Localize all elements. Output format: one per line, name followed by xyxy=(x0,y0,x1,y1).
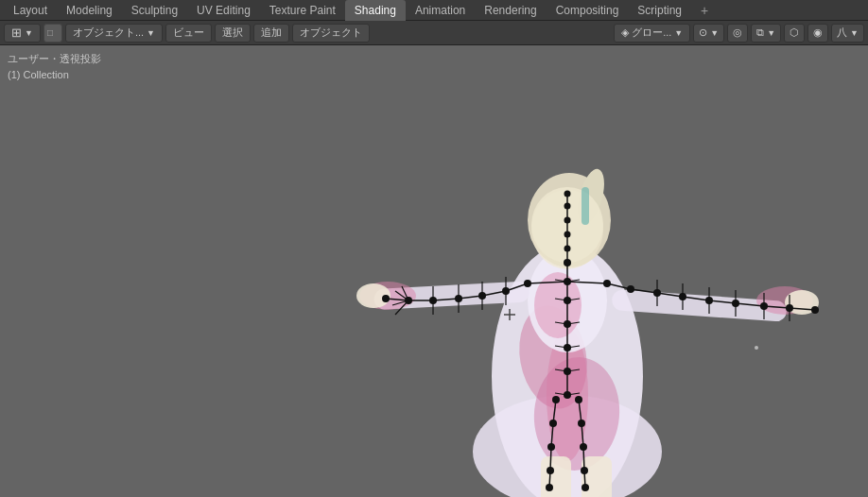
tab-modeling[interactable]: Modeling xyxy=(57,0,122,21)
svg-point-93 xyxy=(564,297,571,304)
add-workspace-button[interactable]: + xyxy=(695,1,714,20)
select-menu-button[interactable]: 選択 xyxy=(215,24,251,43)
tab-rendering[interactable]: Rendering xyxy=(475,0,546,21)
svg-line-39 xyxy=(657,293,683,297)
editor-type-button[interactable]: ⊞ ▼ xyxy=(4,24,41,43)
svg-point-96 xyxy=(564,368,571,375)
svg-point-17 xyxy=(573,166,610,227)
svg-point-102 xyxy=(564,191,571,197)
view-menu-button[interactable]: ビュー xyxy=(165,24,212,43)
svg-line-90 xyxy=(567,393,580,395)
xray-toggle-button[interactable]: ⬡ xyxy=(784,24,805,43)
svg-point-120 xyxy=(549,420,557,427)
svg-line-55 xyxy=(402,286,408,300)
proportional-edit-button[interactable]: ◎ xyxy=(727,24,748,43)
object-menu-button[interactable]: オブジェクト xyxy=(292,24,370,43)
svg-line-42 xyxy=(736,303,764,306)
svg-point-95 xyxy=(564,344,571,351)
svg-line-33 xyxy=(459,296,482,299)
svg-line-57 xyxy=(392,300,408,305)
svg-point-127 xyxy=(581,467,588,474)
perspective-label: ユーザー・透視投影 xyxy=(8,51,101,67)
svg-point-98 xyxy=(564,246,571,252)
svg-point-104 xyxy=(502,287,510,295)
viewport-info: ユーザー・透視投影 (1) Collection xyxy=(8,51,101,82)
svg-line-40 xyxy=(683,297,709,300)
svg-point-18 xyxy=(531,187,603,263)
svg-line-43 xyxy=(764,306,790,308)
svg-point-113 xyxy=(679,293,686,300)
object-mode-label: オブジェクト... xyxy=(73,26,144,40)
rendered-shading-button[interactable]: 八 ▼ xyxy=(831,24,864,43)
svg-line-80 xyxy=(567,280,580,282)
svg-point-2 xyxy=(512,300,595,414)
svg-line-56 xyxy=(395,291,408,300)
svg-point-108 xyxy=(405,297,412,304)
svg-line-48 xyxy=(549,471,550,488)
solid-shading-button[interactable]: ◉ xyxy=(807,24,828,43)
overlay-button[interactable]: ⧉ ▼ xyxy=(751,24,781,43)
tab-shading[interactable]: Shading xyxy=(345,0,406,21)
svg-point-131 xyxy=(755,346,758,350)
tab-layout[interactable]: Layout xyxy=(4,0,57,21)
svg-line-32 xyxy=(482,291,506,296)
editor-toolbar: ⊞ ▼ □ オブジェクト... ▼ ビュー 選択 追加 オブジェクト ◈ グロー… xyxy=(0,21,868,45)
tab-animation[interactable]: Animation xyxy=(406,0,475,21)
svg-point-119 xyxy=(552,396,560,403)
svg-point-125 xyxy=(578,420,585,427)
snap-button[interactable]: ⊙ ▼ xyxy=(693,24,724,43)
svg-point-15 xyxy=(531,190,603,269)
svg-rect-6 xyxy=(582,456,612,497)
svg-point-100 xyxy=(564,217,571,224)
tab-sculpting[interactable]: Sculpting xyxy=(122,0,187,21)
solid-icon: ◉ xyxy=(813,26,823,39)
svg-line-49 xyxy=(579,400,582,423)
svg-point-121 xyxy=(547,443,555,451)
object-mode-arrow: ▼ xyxy=(147,28,155,38)
svg-point-116 xyxy=(760,302,768,310)
svg-point-16 xyxy=(528,173,611,267)
svg-point-8 xyxy=(534,272,582,338)
svg-point-109 xyxy=(382,295,390,302)
svg-line-83 xyxy=(555,322,567,324)
svg-point-91 xyxy=(564,259,571,266)
snap-arrow: ▼ xyxy=(710,28,719,38)
object-mode-icon: □ xyxy=(43,24,62,43)
rendered-icon: 八 xyxy=(837,26,847,40)
svg-line-51 xyxy=(583,447,584,471)
svg-point-122 xyxy=(547,467,554,474)
add-menu-button[interactable]: 追加 xyxy=(253,24,289,43)
svg-line-38 xyxy=(631,289,657,293)
svg-line-44 xyxy=(790,308,815,310)
object-mode-dropdown[interactable]: オブジェクト... ▼ xyxy=(65,24,163,43)
svg-point-111 xyxy=(627,285,634,293)
svg-point-0 xyxy=(492,244,643,497)
tab-scripting[interactable]: Scripting xyxy=(628,0,691,21)
svg-rect-5 xyxy=(541,456,571,497)
tab-uv-editing[interactable]: UV Editing xyxy=(187,0,260,21)
tab-texture-paint[interactable]: Texture Paint xyxy=(260,0,345,21)
svg-point-99 xyxy=(564,231,571,238)
viewport-shading-label: グロー... xyxy=(632,26,671,40)
svg-point-14 xyxy=(785,290,819,315)
collection-label: (1) Collection xyxy=(8,67,101,83)
mode-square-icon: □ xyxy=(47,27,53,38)
svg-point-97 xyxy=(564,391,571,399)
svg-rect-19 xyxy=(582,187,589,225)
snap-icon: ⊙ xyxy=(699,26,707,39)
svg-line-46 xyxy=(551,423,553,447)
svg-point-4 xyxy=(547,329,588,461)
overlay-arrow: ▼ xyxy=(767,28,775,38)
svg-point-128 xyxy=(582,484,589,491)
svg-line-36 xyxy=(386,299,408,300)
svg-line-85 xyxy=(555,346,567,348)
svg-line-84 xyxy=(567,322,580,324)
svg-point-114 xyxy=(705,297,713,304)
svg-point-105 xyxy=(478,292,486,300)
3d-viewport[interactable]: ユーザー・透視投影 (1) Collection xyxy=(0,45,868,497)
svg-line-34 xyxy=(433,299,459,300)
svg-line-54 xyxy=(567,282,607,283)
viewport-shading-dropdown[interactable]: ◈ グロー... ▼ xyxy=(614,24,690,43)
svg-line-87 xyxy=(555,369,567,371)
tab-compositing[interactable]: Compositing xyxy=(547,0,629,21)
